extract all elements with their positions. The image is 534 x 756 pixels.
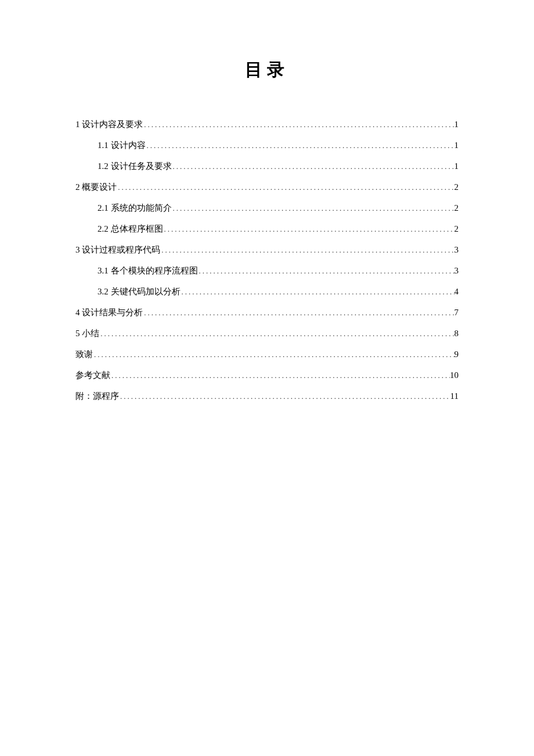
toc-label: 1 设计内容及要求: [75, 114, 143, 135]
toc-leader-dots: [143, 304, 454, 322]
toc-leader-dots: [99, 325, 454, 343]
toc-label: 3.1 各个模块的程序流程图: [98, 260, 198, 281]
toc-label: 5 小结: [75, 323, 99, 344]
toc-entry: 3.1 各个模块的程序流程图 3: [75, 260, 459, 281]
toc-leader-dots: [181, 283, 454, 301]
toc-page-number: 7: [454, 302, 459, 323]
toc-label: 1.2 设计任务及要求: [98, 156, 172, 177]
toc-label: 3 设计过程或程序代码: [75, 239, 160, 260]
toc-entry: 3 设计过程或程序代码 3: [75, 239, 459, 260]
toc-page-number: 3: [454, 260, 459, 281]
toc-label: 致谢: [75, 344, 93, 365]
toc-entry: 2 概要设计 2: [75, 177, 459, 197]
toc-page-number: 4: [454, 281, 459, 302]
toc-label: 3.2 关键代码加以分析: [98, 281, 181, 302]
toc-page-number: 3: [454, 239, 459, 260]
toc-entry: 1 设计内容及要求 1: [75, 114, 459, 135]
toc-label: 2.1 系统的功能简介: [98, 197, 172, 218]
toc-page-number: 9: [454, 344, 459, 365]
toc-entry: 附：源程序 11: [75, 386, 459, 406]
toc-label: 2.2 总体程序框图: [98, 218, 163, 239]
toc-page-number: 10: [450, 365, 459, 386]
toc-page-number: 11: [450, 386, 459, 406]
toc-page-number: 1: [454, 135, 459, 156]
toc-page-number: 8: [454, 323, 459, 344]
toc-label: 4 设计结果与分析: [75, 302, 143, 323]
toc-leader-dots: [172, 199, 454, 217]
toc-leader-dots: [119, 387, 450, 405]
table-of-contents: 1 设计内容及要求 1 1.1 设计内容 1 1.2 设计任务及要求 1 2 概…: [75, 114, 459, 406]
toc-entry: 5 小结 8: [75, 323, 459, 344]
toc-leader-dots: [110, 366, 450, 384]
toc-page-number: 1: [454, 156, 459, 177]
toc-leader-dots: [163, 220, 454, 238]
toc-leader-dots: [143, 116, 454, 134]
toc-leader-dots: [172, 157, 454, 175]
toc-leader-dots: [198, 262, 454, 280]
toc-entry: 4 设计结果与分析 7: [75, 302, 459, 323]
toc-label: 参考文献: [75, 365, 110, 386]
page-title: 目录: [75, 58, 459, 82]
toc-page-number: 2: [454, 218, 459, 239]
toc-label: 附：源程序: [75, 386, 119, 406]
toc-entry: 致谢 9: [75, 344, 459, 365]
toc-leader-dots: [146, 136, 454, 154]
toc-entry: 1.2 设计任务及要求 1: [75, 156, 459, 177]
toc-entry: 2.1 系统的功能简介 2: [75, 197, 459, 218]
toc-page-number: 2: [454, 197, 459, 218]
toc-page-number: 1: [454, 114, 459, 135]
toc-entry: 2.2 总体程序框图 2: [75, 218, 459, 239]
toc-entry: 3.2 关键代码加以分析 4: [75, 281, 459, 302]
toc-page-number: 2: [454, 177, 459, 197]
toc-entry: 1.1 设计内容 1: [75, 135, 459, 156]
toc-label: 1.1 设计内容: [98, 135, 146, 156]
toc-leader-dots: [93, 345, 454, 363]
toc-leader-dots: [160, 241, 454, 259]
toc-entry: 参考文献 10: [75, 365, 459, 386]
toc-leader-dots: [117, 178, 454, 196]
toc-label: 2 概要设计: [75, 177, 117, 197]
